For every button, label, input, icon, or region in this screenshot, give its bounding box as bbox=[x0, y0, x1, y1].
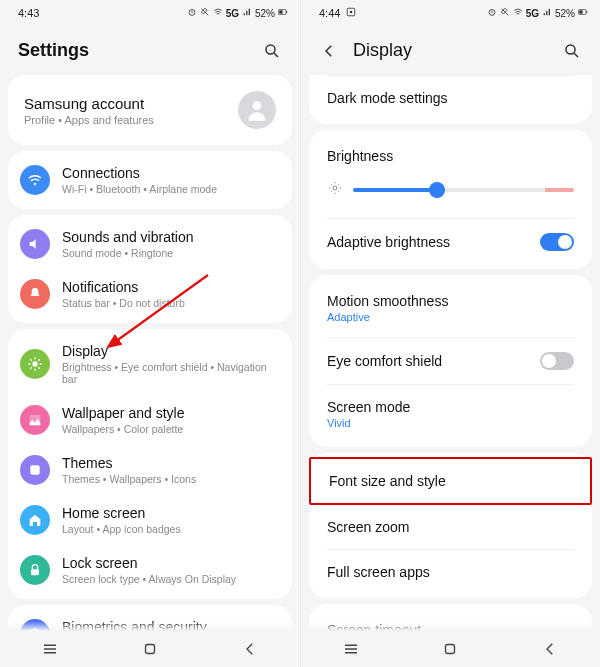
row-subtitle: Status bar • Do not disturb bbox=[62, 297, 185, 309]
settings-row-connections[interactable]: ConnectionsWi-Fi • Bluetooth • Airplane … bbox=[8, 155, 292, 205]
wifi-icon bbox=[20, 165, 50, 195]
settings-row-lock-screen[interactable]: Lock screenScreen lock type • Always On … bbox=[8, 545, 292, 595]
svg-rect-21 bbox=[446, 645, 455, 654]
status-time: 4:43 bbox=[18, 7, 39, 19]
svg-rect-10 bbox=[31, 569, 39, 575]
setting-row-font-size-and-style[interactable]: Font size and style bbox=[309, 457, 592, 505]
settings-scroll[interactable]: Samsung account Profile • Apps and featu… bbox=[0, 75, 300, 631]
search-icon bbox=[563, 42, 581, 60]
wifi-icon bbox=[213, 7, 223, 19]
home-icon bbox=[20, 505, 50, 535]
user-icon bbox=[244, 97, 270, 123]
row-sublabel: Adaptive bbox=[327, 311, 448, 323]
battery-icon bbox=[278, 7, 288, 19]
svg-rect-2 bbox=[286, 11, 287, 14]
network-label: 5G bbox=[526, 8, 539, 19]
nav-bar bbox=[301, 631, 600, 667]
search-button[interactable] bbox=[562, 41, 582, 61]
nav-back[interactable] bbox=[230, 640, 270, 658]
toggle-eye-comfort-shield[interactable] bbox=[540, 352, 574, 370]
avatar bbox=[238, 91, 276, 129]
row-label: Motion smoothness bbox=[327, 293, 448, 309]
page-title: Settings bbox=[18, 40, 89, 61]
nav-recents[interactable] bbox=[30, 640, 70, 658]
network-label: 5G bbox=[226, 8, 239, 19]
setting-row-screen-mode[interactable]: Screen modeVivid bbox=[309, 385, 592, 443]
screenshot-icon bbox=[346, 7, 356, 19]
search-icon bbox=[263, 42, 281, 60]
settings-row-notifications[interactable]: NotificationsStatus bar • Do not disturb bbox=[8, 269, 292, 319]
settings-row-themes[interactable]: ThemesThemes • Wallpapers • Icons bbox=[8, 445, 292, 495]
battery-pct: 52% bbox=[255, 8, 275, 19]
settings-card: ConnectionsWi-Fi • Bluetooth • Airplane … bbox=[8, 151, 292, 209]
status-bar: 4:44 5G 52% bbox=[301, 0, 600, 22]
settings-card: Biometrics and securityFace recognition … bbox=[8, 605, 292, 631]
brightness-label: Brightness bbox=[327, 148, 574, 164]
header: Display bbox=[301, 22, 600, 75]
nav-back[interactable] bbox=[530, 640, 570, 658]
settings-row-home-screen[interactable]: Home screenLayout • App icon badges bbox=[8, 495, 292, 545]
display-card: Screen timeout2 minutes bbox=[309, 604, 592, 631]
row-title: Lock screen bbox=[62, 555, 236, 571]
vibrate-icon bbox=[500, 7, 510, 19]
account-title: Samsung account bbox=[24, 95, 154, 112]
wallpaper-icon bbox=[20, 405, 50, 435]
card-account: Samsung account Profile • Apps and featu… bbox=[8, 75, 292, 145]
status-time: 4:44 bbox=[319, 7, 340, 19]
nav-home[interactable] bbox=[430, 640, 470, 658]
svg-point-14 bbox=[350, 11, 353, 14]
samsung-account-row[interactable]: Samsung account Profile • Apps and featu… bbox=[8, 79, 292, 141]
row-label: Screen timeout bbox=[327, 622, 421, 631]
row-subtitle: Themes • Wallpapers • Icons bbox=[62, 473, 196, 485]
status-indicators: 5G 52% bbox=[187, 7, 288, 19]
display-icon bbox=[20, 349, 50, 379]
display-card: Font size and styleScreen zoomFull scree… bbox=[309, 453, 592, 598]
nav-recents[interactable] bbox=[331, 640, 371, 658]
setting-row-eye-comfort-shield[interactable]: Eye comfort shield bbox=[309, 338, 592, 384]
row-subtitle: Sound mode • Ringtone bbox=[62, 247, 194, 259]
row-subtitle: Layout • App icon badges bbox=[62, 523, 181, 535]
status-time-wrap: 4:44 bbox=[319, 7, 356, 19]
nav-bar bbox=[0, 631, 300, 667]
phone-left: 4:43 5G 52% bbox=[0, 0, 300, 667]
nav-home[interactable] bbox=[130, 640, 170, 658]
settings-row-sounds-and-vibration[interactable]: Sounds and vibrationSound mode • Rington… bbox=[8, 219, 292, 269]
svg-point-6 bbox=[34, 183, 36, 185]
row-subtitle: Wi-Fi • Bluetooth • Airplane mode bbox=[62, 183, 217, 195]
svg-rect-17 bbox=[586, 11, 587, 14]
search-button[interactable] bbox=[262, 41, 282, 61]
setting-row-dark-mode-settings[interactable]: Dark mode settings bbox=[309, 76, 592, 120]
settings-row-wallpaper-and-style[interactable]: Wallpaper and styleWallpapers • Color pa… bbox=[8, 395, 292, 445]
alarm-icon bbox=[187, 7, 197, 19]
setting-row-screen-timeout[interactable]: Screen timeout2 minutes bbox=[309, 608, 592, 631]
status-indicators: 5G 52% bbox=[487, 7, 588, 19]
setting-row-adaptive-brightness[interactable]: Adaptive brightness bbox=[309, 219, 592, 265]
themes-icon bbox=[20, 455, 50, 485]
display-scroll[interactable]: Dark mode settingsBrightnessAdaptive bri… bbox=[301, 75, 600, 631]
settings-row-biometrics-and-security[interactable]: Biometrics and securityFace recognition … bbox=[8, 609, 292, 631]
back-button[interactable] bbox=[319, 41, 339, 61]
setting-row-full-screen-apps[interactable]: Full screen apps bbox=[309, 550, 592, 594]
shield-icon bbox=[20, 619, 50, 631]
svg-rect-11 bbox=[146, 645, 155, 654]
setting-row-motion-smoothness[interactable]: Motion smoothnessAdaptive bbox=[309, 279, 592, 337]
toggle-adaptive-brightness[interactable] bbox=[540, 233, 574, 251]
row-title: Display bbox=[62, 343, 280, 359]
phone-right: 4:44 5G 52% Display bbox=[300, 0, 600, 667]
row-label: Dark mode settings bbox=[327, 90, 448, 106]
row-title: Themes bbox=[62, 455, 196, 471]
settings-row-display[interactable]: DisplayBrightness • Eye comfort shield •… bbox=[8, 333, 292, 395]
row-label: Screen mode bbox=[327, 399, 410, 415]
display-card: Motion smoothnessAdaptiveEye comfort shi… bbox=[309, 275, 592, 447]
battery-icon bbox=[578, 7, 588, 19]
row-title: Sounds and vibration bbox=[62, 229, 194, 245]
row-title: Home screen bbox=[62, 505, 181, 521]
page-title: Display bbox=[353, 40, 412, 61]
brightness-slider[interactable] bbox=[353, 188, 574, 192]
svg-point-19 bbox=[566, 45, 575, 54]
row-title: Biometrics and security bbox=[62, 619, 207, 631]
header: Settings bbox=[0, 22, 300, 75]
setting-row-screen-zoom[interactable]: Screen zoom bbox=[309, 505, 592, 549]
row-label: Full screen apps bbox=[327, 564, 430, 580]
row-title: Wallpaper and style bbox=[62, 405, 184, 421]
